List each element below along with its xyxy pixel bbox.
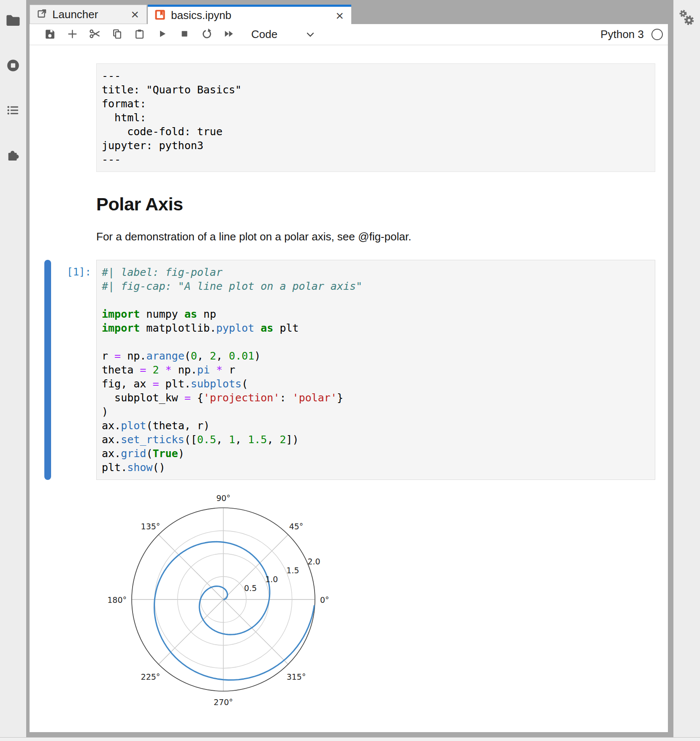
raw-cell-gutter [30,63,96,172]
svg-text:135°: 135° [141,522,160,531]
table-of-contents-icon [5,102,21,120]
chevron-down-icon [306,32,315,38]
svg-text:0°: 0° [320,595,329,605]
tab-basics-ipynb[interactable]: basics.ipynb × [148,5,351,24]
stop-icon [179,28,190,41]
svg-text:0.5: 0.5 [244,583,257,593]
insert-cell-button[interactable] [61,25,84,44]
fast-forward-icon [223,28,235,41]
tab-bar: Launcher × basics.ipynb × [30,5,668,24]
cell-type-value: Code [251,28,277,41]
svg-text:1.0: 1.0 [265,575,278,584]
running-kernels-icon [5,57,21,75]
left-activity-bar [0,0,26,741]
sidebar-item-extensions[interactable] [5,147,22,164]
tab-launcher-label: Launcher [52,8,98,21]
notebook-content: ---title: "Quarto Basics"format: html: c… [30,45,668,732]
cut-cells-button[interactable] [84,25,106,44]
run-cell-button[interactable] [151,25,173,44]
svg-text:180°: 180° [107,595,127,605]
svg-text:315°: 315° [287,672,306,681]
kernel-indicator[interactable]: Python 3 [600,28,663,41]
save-button[interactable] [39,25,61,44]
markdown-cell: Polar Axis For a demonstration of a line… [96,193,655,244]
folder-icon [5,13,21,30]
kernel-status-icon [651,29,663,40]
code-cell: [1]: #| label: fig-polar#| fig-cap: "A l… [30,260,655,480]
markdown-paragraph: For a demonstration of a line plot on a … [96,229,655,244]
copy-cells-button[interactable] [106,25,128,44]
interrupt-kernel-button[interactable] [173,25,195,44]
plus-icon [67,28,78,41]
paste-cells-button[interactable] [128,25,151,44]
raw-cell: ---title: "Quarto Basics"format: html: c… [30,63,655,172]
notebook-icon [155,9,166,22]
sidebar-item-file-browser[interactable] [5,13,22,30]
puzzle-icon [5,147,21,164]
close-icon[interactable]: × [130,8,140,21]
raw-cell-editor[interactable]: ---title: "Quarto Basics"format: html: c… [96,63,655,172]
cell-collapser[interactable] [44,260,51,480]
code-cell-gutter: [1]: [30,260,96,480]
output-cell: 0°45°90°135°180°225°270°315°0.51.01.52.0 [30,484,655,714]
run-all-cells-button[interactable] [218,25,240,44]
sidebar-item-running-kernels[interactable] [5,57,22,74]
polar-plot-figure: 0°45°90°135°180°225°270°315°0.51.01.52.0 [97,485,367,722]
right-sidebar [673,0,700,741]
svg-text:270°: 270° [214,697,233,707]
tab-basics-label: basics.ipynb [171,9,231,22]
code-cell-editor[interactable]: #| label: fig-polar#| fig-cap: "A line p… [96,260,655,480]
scissors-icon [89,28,101,41]
status-bar [0,737,700,741]
restart-kernel-button[interactable] [195,25,218,44]
svg-text:225°: 225° [141,672,160,681]
paste-icon [134,28,145,41]
kernel-name: Python 3 [600,28,644,41]
property-inspector-button[interactable] [678,10,695,27]
sidebar-item-table-of-contents[interactable] [5,102,22,119]
svg-text:2.0: 2.0 [307,557,320,566]
gears-icon [678,9,696,29]
tab-launcher[interactable]: Launcher × [30,5,147,24]
page-title: Polar Axis [96,193,655,215]
output-area: 0°45°90°135°180°225°270°315°0.51.01.52.0 [96,484,655,722]
notebook-toolbar: Code Python 3 [30,24,668,45]
run-icon [157,28,168,41]
main-panel: Launcher × basics.ipynb × [30,5,668,732]
close-icon[interactable]: × [335,9,345,22]
svg-text:90°: 90° [216,493,231,503]
save-icon [44,28,56,41]
svg-text:45°: 45° [289,522,304,531]
cell-type-select[interactable]: Code [251,28,315,41]
jupyterlab-window: Launcher × basics.ipynb × [0,0,700,741]
svg-text:1.5: 1.5 [286,566,299,575]
launcher-icon [37,8,47,20]
copy-icon [111,28,123,41]
execution-count: [1]: [67,266,91,278]
restart-icon [201,28,213,41]
